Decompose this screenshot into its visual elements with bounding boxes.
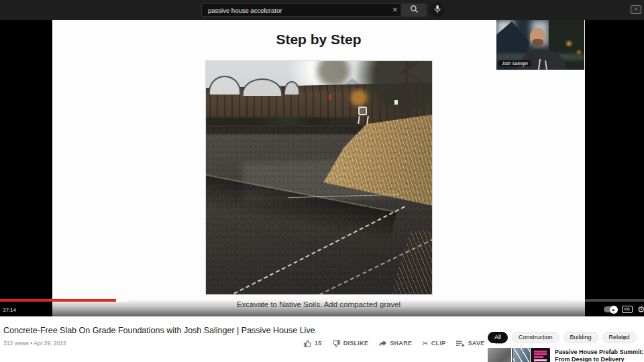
save-label: SAVE [468,340,484,347]
dislike-label: DISLIKE [343,340,369,347]
chips-scroll-chevron-icon[interactable]: › [623,332,626,343]
thumb-up-icon [303,339,312,348]
youtube-page: ✕ + Step by Step [0,0,644,362]
related-title-line: From Design to Delivery [555,356,644,362]
scissors-icon: ✂ [422,339,429,348]
filter-chips: All Construction Building Related [488,332,637,343]
share-label: SHARE [390,340,412,347]
chip-building[interactable]: Building [564,332,598,343]
search-icon [410,5,419,15]
search-input[interactable] [201,3,400,17]
related-video-title: Passive House Prefab Summit: From Design… [555,348,644,362]
video-actions: 15 DISLIKE SHARE ✂ C [303,339,503,348]
excavation-photo [205,60,433,295]
progress-bar[interactable] [0,299,644,302]
related-title-line: Passive House Prefab Summit: [555,349,644,356]
related-video-item[interactable]: Passive House Prefab Summit: From Design… [488,348,644,362]
autoplay-toggle[interactable]: ▶ [604,306,617,312]
search-button[interactable] [401,3,427,17]
photo-fence-sign [394,100,398,105]
photo-autumn-foliage [347,88,371,108]
chip-construction[interactable]: Construction [512,332,559,343]
clear-search-icon[interactable]: ✕ [389,3,401,17]
closed-captions-button[interactable]: CC [622,306,633,313]
progress-played [0,299,116,302]
share-button[interactable]: SHARE [378,339,412,348]
thumbnail-panel-building-bw [488,348,512,362]
save-button[interactable]: SAVE [455,339,484,348]
dislike-button[interactable]: DISLIKE [332,339,369,348]
presenter-beard [532,39,543,46]
player-right-controls: ▶ CC ⚙ [604,304,644,314]
related-video-thumbnail [488,348,550,362]
autoplay-play-icon: ▶ [610,306,618,314]
thumbnail-panel-summit-logo [531,348,550,362]
photo-chair-legs [358,116,369,124]
thumbnail-panel-building-blue [513,348,531,362]
photo-soil-texture [206,125,432,295]
like-button[interactable]: 15 [303,339,322,348]
video-info-section: Concrete-Free Slab On Grade Foundations … [0,316,644,362]
settings-gear-icon[interactable]: ⚙ [637,304,644,314]
video-meta: 312 views • Apr 29, 2022 [3,340,66,347]
presenter-name-tag: Josh Salinger [499,60,531,66]
photo-marker-flag [329,95,331,100]
chip-related[interactable]: Related [602,332,637,343]
webcam-window-light [564,40,574,47]
photo-chair [358,107,367,115]
video-player[interactable]: Step by Step [0,20,644,316]
presenter-webcam: Josh Salinger [496,20,584,70]
like-count: 15 [315,340,322,347]
picture-in-picture-icon[interactable]: + [631,5,641,14]
top-header-bar: ✕ + [0,0,644,20]
mic-button[interactable] [430,3,445,17]
video-title: Concrete-Free Slab On Grade Foundations … [3,326,315,335]
playlist-add-icon [455,339,465,348]
mic-icon [433,5,441,15]
progress-buffered [116,299,128,302]
thumb-down-icon [332,339,341,348]
share-arrow-icon [378,339,387,348]
clip-label: CLIP [431,340,446,347]
chip-all[interactable]: All [488,332,508,343]
clip-button[interactable]: ✂ CLIP [422,339,445,348]
current-time: 37:14 [3,307,16,313]
